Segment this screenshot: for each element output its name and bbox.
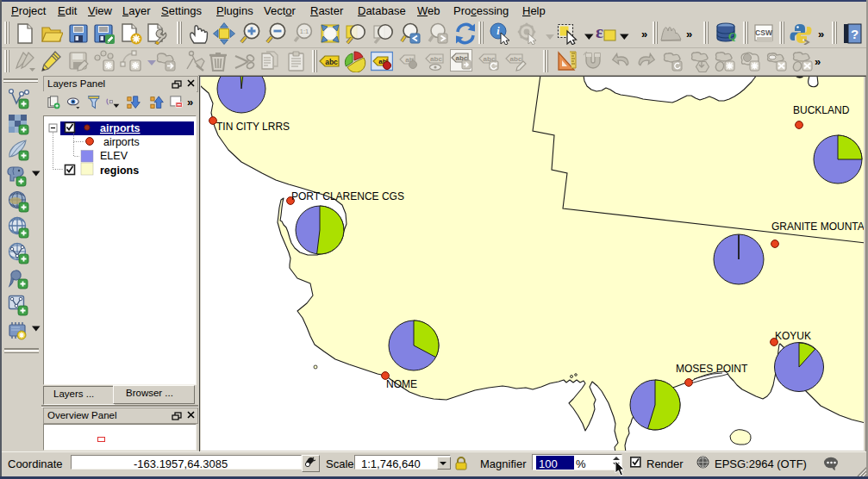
svg-text:airports: airports xyxy=(100,122,141,134)
svg-text:?: ? xyxy=(851,27,859,41)
svg-text:PORT CLARENCE CGS: PORT CLARENCE CGS xyxy=(291,190,404,202)
svg-text:Q: Q xyxy=(728,29,737,42)
svg-text:TIN CITY LRRS: TIN CITY LRRS xyxy=(216,121,290,133)
svg-text:ELEV: ELEV xyxy=(100,150,128,162)
svg-text:abc: abc xyxy=(510,55,522,63)
svg-text:MOSES POINT: MOSES POINT xyxy=(676,363,748,375)
svg-text:CSW: CSW xyxy=(755,28,773,37)
svg-text:GRANITE MOUNTAIN: GRANITE MOUNTAIN xyxy=(771,221,864,233)
svg-text:KOYUK: KOYUK xyxy=(775,330,811,342)
svg-text:abc: abc xyxy=(430,55,442,63)
svg-text:BUCKLAND: BUCKLAND xyxy=(793,104,850,116)
svg-text:airports: airports xyxy=(103,136,140,148)
svg-text:abc: abc xyxy=(325,58,338,66)
svg-text:»: » xyxy=(187,96,193,109)
svg-text:NOME: NOME xyxy=(386,378,417,390)
svg-text:regions: regions xyxy=(100,165,139,177)
svg-text:ε: ε xyxy=(596,22,603,42)
svg-text:1:1: 1:1 xyxy=(300,28,309,35)
